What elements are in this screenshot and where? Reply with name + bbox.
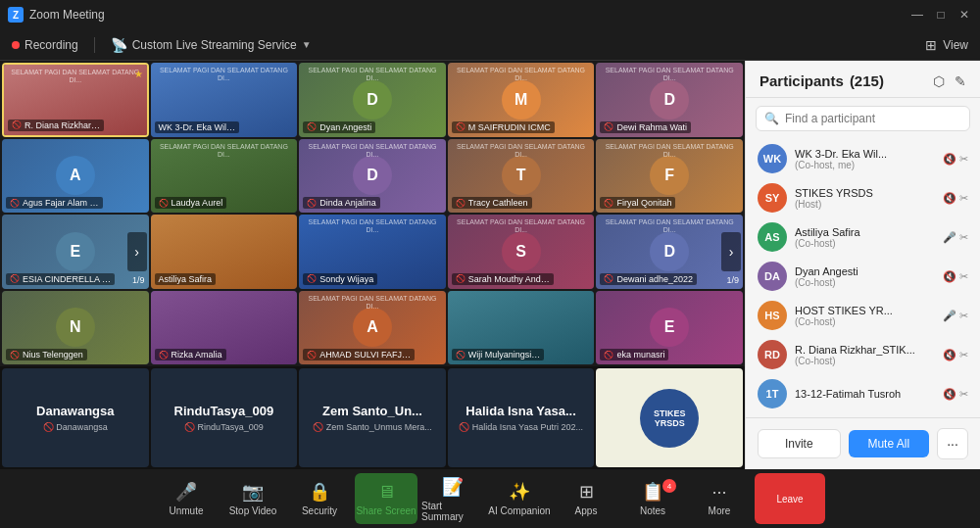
video-cell[interactable]: MSELAMAT PAGI DAN SELAMAT DATANG DI...🚫M… bbox=[448, 63, 595, 137]
streaming-icon: 📡 bbox=[111, 37, 127, 53]
bottom-cell-name: Zem Santo_Un... bbox=[318, 404, 426, 419]
participant-list-item[interactable]: ASAstiliya Safira(Co-host)🎤 ✂ bbox=[746, 217, 980, 257]
video-cell[interactable]: Astiliya Safira bbox=[151, 215, 298, 289]
video-cell[interactable]: SELAMAT PAGI DAN SELAMAT DATANG DI...🚫La… bbox=[151, 139, 298, 214]
apps-icon: ⊞ bbox=[579, 481, 594, 503]
video-cell[interactable]: 🚫Rizka Amalia bbox=[151, 291, 298, 365]
unmute-button[interactable]: 🎤 Unmute bbox=[155, 473, 218, 524]
video-cell[interactable]: 🚫Wiji Mulyaningsi… bbox=[448, 291, 595, 365]
video-header-text: SELAMAT PAGI DAN SELAMAT DATANG DI... bbox=[600, 67, 739, 83]
video-icon: 📷 bbox=[242, 481, 264, 503]
video-section: SELAMAT PAGI DAN SELAMAT DATANG DI...🚫R.… bbox=[0, 61, 745, 469]
presenter-star-icon: ★ bbox=[134, 69, 143, 79]
panel-edit-icon[interactable]: ✎ bbox=[955, 73, 966, 89]
participant-name: R. Diana Rizkhar_STIK... bbox=[795, 344, 935, 356]
search-input[interactable] bbox=[785, 112, 961, 125]
participant-list-item[interactable]: HSHOST STIKES YR...(Co-host)🎤 ✂ bbox=[746, 296, 980, 335]
video-header-text: SELAMAT PAGI DAN SELAMAT DATANG DI... bbox=[303, 143, 442, 160]
bottom-video-cell[interactable]: Halida Isna Yasa...🚫 Halida Isna Yasa Pu… bbox=[448, 368, 595, 467]
search-box[interactable]: 🔍 bbox=[756, 106, 970, 131]
leave-button[interactable]: Leave bbox=[755, 473, 825, 524]
next-page-arrow[interactable]: › bbox=[721, 232, 741, 271]
participant-list-item[interactable]: WKWK 3-Dr. Eka Wil...(Co-host, me)🔇 ✂ bbox=[746, 139, 980, 178]
mute-all-button[interactable]: Mute All bbox=[849, 430, 930, 457]
video-cell[interactable]: E🚫ESIA CINDERELLA …1/9› bbox=[2, 215, 149, 289]
bottom-video-cell[interactable]: Zem Santo_Un...🚫 Zem Santo_Unmus Mera... bbox=[299, 368, 446, 467]
security-icon: 🔒 bbox=[309, 481, 330, 503]
video-cell[interactable]: SELAMAT PAGI DAN SELAMAT DATANG DI...🚫R.… bbox=[2, 63, 149, 137]
video-cell[interactable]: DSELAMAT PAGI DAN SELAMAT DATANG DI...🚫D… bbox=[299, 63, 446, 137]
maximize-button[interactable]: □ bbox=[933, 7, 949, 23]
video-participant-name: 🚫Agus Fajar Alam … bbox=[6, 197, 103, 209]
recording-badge[interactable]: Recording bbox=[12, 38, 78, 52]
participant-list-item[interactable]: 1T13-12-Fatimah Tusroh🔇 ✂ bbox=[746, 374, 980, 413]
video-cell[interactable]: ASELAMAT PAGI DAN SELAMAT DATANG DI...🚫A… bbox=[299, 291, 446, 365]
participant-count: (215) bbox=[850, 72, 884, 89]
security-button[interactable]: 🔒 Security bbox=[288, 473, 351, 524]
video-cell[interactable]: SELAMAT PAGI DAN SELAMAT DATANG DI...WK … bbox=[151, 63, 298, 137]
participant-name: Astiliya Safira bbox=[795, 226, 935, 238]
video-cell[interactable]: DSELAMAT PAGI DAN SELAMAT DATANG DI...🚫D… bbox=[299, 139, 446, 214]
more-options-button[interactable]: ··· bbox=[937, 428, 968, 459]
video-cell[interactable]: SSELAMAT PAGI DAN SELAMAT DATANG DI...🚫S… bbox=[448, 215, 595, 289]
window-title: Zoom Meeting bbox=[29, 8, 909, 22]
share-screen-button[interactable]: 🖥 Share Screen bbox=[355, 473, 417, 524]
close-button[interactable]: ✕ bbox=[956, 7, 972, 23]
participant-action-icons: 🔇 ✂ bbox=[943, 192, 968, 205]
streaming-label: Custom Live Streaming Service bbox=[132, 38, 297, 52]
divider bbox=[94, 37, 95, 53]
video-header-text: SELAMAT PAGI DAN SELAMAT DATANG DI... bbox=[8, 69, 143, 85]
panel-popout-icon[interactable]: ⬡ bbox=[933, 73, 945, 89]
video-cell[interactable]: TSELAMAT PAGI DAN SELAMAT DATANG DI...🚫T… bbox=[448, 139, 595, 214]
unmute-label: Unmute bbox=[169, 505, 203, 516]
more-button[interactable]: ··· More bbox=[688, 473, 751, 524]
video-cell[interactable]: N🚫Nius Telenggen bbox=[2, 291, 149, 365]
video-participant-name: 🚫ESIA CINDERELLA … bbox=[6, 273, 115, 285]
video-participant-name: 🚫Laudya Aurel bbox=[155, 197, 227, 209]
participant-name: WK 3-Dr. Eka Wil... bbox=[795, 148, 935, 160]
bottom-cell-name: Danawangsa bbox=[32, 404, 118, 419]
video-participant-name: 🚫eka munasri bbox=[600, 349, 668, 360]
video-header-text: SELAMAT PAGI DAN SELAMAT DATANG DI... bbox=[155, 143, 294, 160]
video-header-text: SELAMAT PAGI DAN SELAMAT DATANG DI... bbox=[452, 67, 591, 83]
video-cell[interactable]: DSELAMAT PAGI DAN SELAMAT DATANG DI...🚫D… bbox=[596, 63, 743, 137]
participant-list-item[interactable]: DADyan Angesti(Co-host)🔇 ✂ bbox=[746, 257, 980, 296]
video-header-text: SELAMAT PAGI DAN SELAMAT DATANG DI... bbox=[600, 218, 739, 235]
video-cell[interactable]: DSELAMAT PAGI DAN SELAMAT DATANG DI...🚫D… bbox=[596, 215, 743, 289]
participant-list-item[interactable]: SYSTIKES YRSDS(Host)🔇 ✂ bbox=[746, 178, 980, 217]
bottom-video-cell[interactable]: RinduTasya_009🚫 RinduTasya_009 bbox=[151, 368, 298, 467]
streaming-badge[interactable]: 📡 Custom Live Streaming Service ▼ bbox=[111, 37, 312, 53]
video-cell[interactable]: E🚫eka munasri bbox=[596, 291, 743, 365]
video-cell[interactable]: A🚫Agus Fajar Alam … bbox=[2, 139, 149, 214]
bottom-video-cell[interactable]: Danawangsa🚫 Danawangsa bbox=[2, 368, 149, 467]
video-participant-name: 🚫R. Diana Rizkhar… bbox=[8, 120, 104, 131]
video-participant-name: WK 3-Dr. Eka Wil… bbox=[155, 121, 240, 133]
stop-video-button[interactable]: 📷 Stop Video bbox=[221, 473, 284, 524]
top-toolbar: Recording 📡 Custom Live Streaming Servic… bbox=[0, 29, 980, 61]
video-participant-name: Astiliya Safira bbox=[155, 273, 217, 285]
notes-button[interactable]: 📋 Notes 4 bbox=[621, 473, 684, 524]
invite-button[interactable]: Invite bbox=[758, 429, 841, 458]
video-cell[interactable]: FSELAMAT PAGI DAN SELAMAT DATANG DI...🚫F… bbox=[596, 139, 743, 214]
minimize-button[interactable]: — bbox=[909, 7, 925, 23]
ai-icon: ✨ bbox=[509, 481, 530, 503]
bottom-video-cell[interactable]: STIKES YRSDS bbox=[596, 368, 743, 467]
right-panel: Participants (215) ⬡ ✎ 🔍 WKWK 3-Dr. Eka … bbox=[745, 61, 980, 469]
apps-button[interactable]: ⊞ Apps bbox=[555, 473, 617, 524]
video-participant-name: 🚫Wiji Mulyaningsi… bbox=[452, 349, 545, 360]
view-button[interactable]: ⊞ View bbox=[925, 37, 968, 53]
video-participant-name: 🚫Dinda Anjalina bbox=[303, 197, 380, 209]
next-page-arrow[interactable]: › bbox=[127, 232, 147, 271]
title-bar: Z Zoom Meeting — □ ✕ bbox=[0, 0, 980, 29]
start-summary-button[interactable]: 📝 Start Summary bbox=[421, 473, 484, 524]
video-participant-name: 🚫Dewi Rahma Wati bbox=[600, 121, 691, 133]
participant-list-item[interactable]: RDR. Diana Rizkhar_STIK...(Co-host)🔇 ✂ bbox=[746, 335, 980, 374]
more-icon: ··· bbox=[711, 482, 726, 503]
video-cell[interactable]: SELAMAT PAGI DAN SELAMAT DATANG DI...🚫So… bbox=[299, 215, 446, 289]
video-header-text: SELAMAT PAGI DAN SELAMAT DATANG DI... bbox=[155, 67, 294, 83]
leave-label: Leave bbox=[776, 494, 803, 504]
participant-role: (Co-host) bbox=[795, 238, 935, 249]
video-participant-name: 🚫Tracy Cathleen bbox=[452, 197, 532, 209]
apps-label: Apps bbox=[575, 505, 598, 516]
ai-companion-button[interactable]: ✨ AI Companion bbox=[488, 473, 551, 524]
